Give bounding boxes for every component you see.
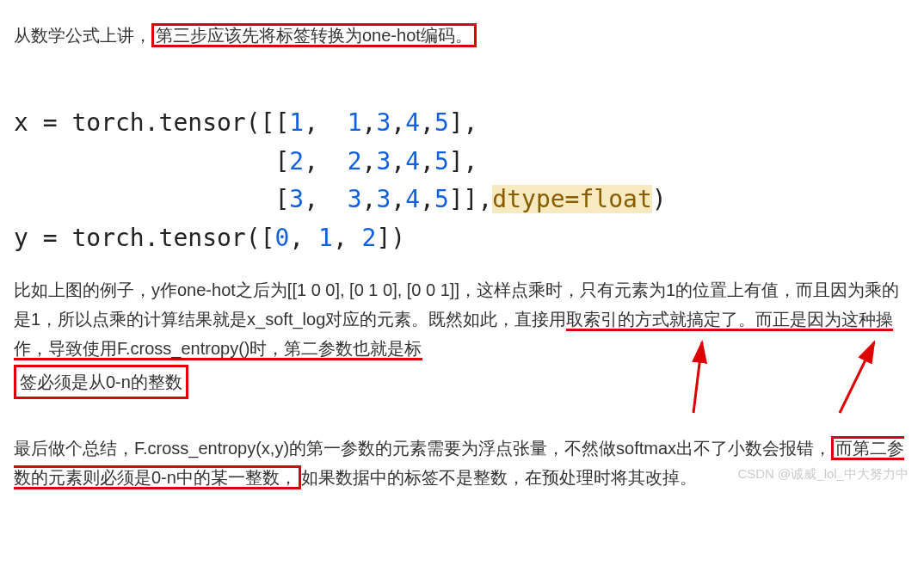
paragraph-2: 比如上图的例子，y作one-hot之后为[[1 0 0], [0 1 0], [… bbox=[14, 275, 910, 399]
para1-highlight-box: 第三步应该先将标签转换为one-hot编码。 bbox=[151, 23, 477, 47]
code-line2: [2, 2,3,4,5], bbox=[14, 147, 477, 175]
code-line3: [3, 3,3,4,5]],dtype=float) bbox=[14, 185, 667, 213]
para3-t1: 最后做个总结，F.cross_entropy(x,y)的第一参数的元素需要为浮点… bbox=[14, 439, 831, 458]
code-line4: y = torch.tensor([0, 1, 2]) bbox=[14, 224, 405, 252]
paragraph-3: 最后做个总结，F.cross_entropy(x,y)的第一参数的元素需要为浮点… bbox=[14, 434, 910, 492]
para2-t4-box: 签必须是从0-n的整数 bbox=[14, 365, 188, 399]
code-line1: x = torch.tensor([[1, 1,3,4,5], bbox=[14, 108, 477, 137]
paragraph-1: 从数学公式上讲，第三步应该先将标签转换为one-hot编码。 bbox=[14, 21, 910, 50]
para3-t3: 如果数据中的标签不是整数，在预处理时将其改掉。 bbox=[301, 468, 697, 487]
svg-line-0 bbox=[693, 342, 702, 413]
code-block: x = torch.tensor([[1, 1,3,4,5], [2, 2,3,… bbox=[14, 65, 910, 258]
para2-t2-underline: 取索引的方式就搞定了。 bbox=[566, 310, 755, 331]
para1-before: 从数学公式上讲， bbox=[14, 26, 151, 45]
svg-line-1 bbox=[840, 342, 874, 413]
dtype-highlight: dtype=float bbox=[492, 185, 651, 213]
